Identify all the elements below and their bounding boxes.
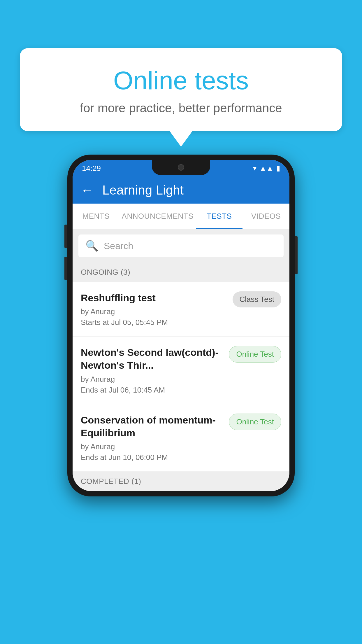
battery-icon: ▮	[276, 164, 280, 172]
status-time: 14:29	[82, 164, 101, 173]
phone-camera	[178, 164, 184, 171]
phone-screen: 14:29 ▾ ▲▲ ▮ ← Learning Light MENTS ANNO…	[73, 160, 289, 491]
status-badge: Online Test	[229, 346, 281, 363]
search-icon: 🔍	[85, 240, 99, 252]
test-info: Conservation of momentum-Equilibrium by …	[81, 414, 223, 462]
test-info: Reshuffling test by Anurag Starts at Jul…	[81, 291, 227, 327]
status-badge: Class Test	[233, 291, 281, 307]
speech-bubble-container: Online tests for more practice, better p…	[20, 48, 342, 147]
bubble-subtitle: for more practice, better performance	[34, 101, 328, 115]
test-author: by Anurag	[81, 307, 227, 316]
search-input-wrapper[interactable]: 🔍 Search	[78, 235, 284, 257]
phone-volume-up-button	[64, 225, 67, 248]
bubble-title: Online tests	[34, 66, 328, 95]
status-badge: Online Test	[229, 414, 281, 430]
test-name: Conservation of momentum-Equilibrium	[81, 414, 223, 439]
test-list: Reshuffling test by Anurag Starts at Jul…	[73, 282, 289, 472]
phone-outer: 14:29 ▾ ▲▲ ▮ ← Learning Light MENTS ANNO…	[67, 155, 295, 496]
phone-volume-down-button	[64, 257, 67, 280]
tabs-container: MENTS ANNOUNCEMENTS TESTS VIDEOS	[73, 204, 289, 229]
tab-announcements[interactable]: ANNOUNCEMENTS	[120, 204, 196, 229]
completed-section-header: COMPLETED (1)	[73, 472, 289, 491]
test-name: Newton's Second law(contd)-Newton's Thir…	[81, 346, 223, 372]
list-item[interactable]: Newton's Second law(contd)-Newton's Thir…	[73, 337, 289, 404]
signal-icon: ▲▲	[259, 164, 273, 172]
app-bar-title: Learning Light	[102, 183, 184, 197]
tab-videos[interactable]: VIDEOS	[242, 204, 289, 229]
test-date: Ends at Jun 10, 06:00 PM	[81, 453, 223, 462]
tab-tests[interactable]: TESTS	[196, 204, 243, 229]
search-placeholder: Search	[104, 241, 133, 251]
test-date: Starts at Jul 05, 05:45 PM	[81, 318, 227, 327]
back-arrow-icon[interactable]: ←	[81, 183, 94, 197]
ongoing-section-header: ONGOING (3)	[73, 262, 289, 282]
phone-container: 14:29 ▾ ▲▲ ▮ ← Learning Light MENTS ANNO…	[67, 155, 295, 496]
speech-bubble-arrow	[169, 131, 193, 147]
phone-notch	[152, 160, 210, 175]
search-container: 🔍 Search	[73, 229, 289, 262]
list-item[interactable]: Reshuffling test by Anurag Starts at Jul…	[73, 282, 289, 337]
app-bar: ← Learning Light	[73, 177, 289, 204]
test-author: by Anurag	[81, 442, 223, 451]
status-icons: ▾ ▲▲ ▮	[253, 164, 280, 172]
test-name: Reshuffling test	[81, 291, 227, 304]
test-date: Ends at Jul 06, 10:45 AM	[81, 386, 223, 395]
test-info: Newton's Second law(contd)-Newton's Thir…	[81, 346, 223, 394]
phone-power-button	[295, 236, 298, 274]
speech-bubble: Online tests for more practice, better p…	[20, 48, 342, 131]
tab-ments[interactable]: MENTS	[73, 204, 120, 229]
list-item[interactable]: Conservation of momentum-Equilibrium by …	[73, 404, 289, 472]
wifi-icon: ▾	[253, 164, 256, 172]
test-author: by Anurag	[81, 375, 223, 384]
